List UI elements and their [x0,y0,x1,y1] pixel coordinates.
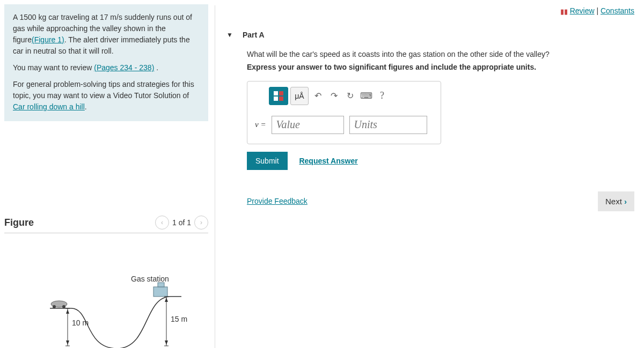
help-button[interactable]: ? [375,87,389,105]
figure-header: Figure ‹ 1 of 1 › [4,212,208,233]
review-hint: . [154,63,158,72]
svg-marker-8 [66,340,69,345]
problem-text: m/s [110,13,122,21]
svg-rect-0 [158,283,164,287]
height-1-label: 10 m [72,319,89,327]
variable-label: v = [255,120,266,129]
redo-icon: ↷ [331,91,338,101]
pages-link[interactable]: (Pages 234 - 238) [94,63,154,72]
units-input[interactable] [349,116,427,134]
provide-feedback-link[interactable]: Provide Feedback [247,197,308,205]
units-tool-button[interactable]: μÅ [290,87,309,105]
figure-counter: 1 of 1 [172,218,191,227]
problem-text: car traveling at 17 [46,13,110,21]
request-answer-link[interactable]: Request Answer [299,157,357,165]
question-text: What will be the car's speed as it coast… [247,50,640,58]
undo-icon: ↶ [314,91,321,101]
reset-icon: ↻ [347,91,354,101]
column-divider [215,5,215,348]
gas-station-icon [153,287,167,297]
redo-button[interactable]: ↷ [327,87,341,105]
keyboard-button[interactable]: ⌨ [359,87,373,105]
answer-instructions: Express your answer to two significant f… [247,63,640,71]
car-icon [51,301,67,308]
figure-image: Gas station 10 m [4,265,208,348]
value-input[interactable] [272,116,344,134]
part-label: Part A [243,31,265,39]
template-icon [273,90,284,102]
gas-station-label: Gas station [131,275,169,283]
next-label: Next [605,197,624,206]
svg-rect-19 [275,92,277,94]
undo-button[interactable]: ↶ [311,87,325,105]
svg-rect-16 [274,97,278,101]
help-icon: ? [380,90,384,101]
chevron-right-icon: › [624,197,627,206]
video-tutor-link[interactable]: Car rolling down a hill [13,102,85,111]
figure-prev-button[interactable]: ‹ [155,216,169,229]
collapse-caret-icon: ▼ [226,31,233,39]
figure-next-button[interactable]: › [194,216,208,229]
valley-curve [50,297,181,348]
part-header[interactable]: ▼ Part A [219,20,640,50]
review-hint: You may want to review [13,63,94,72]
review-link[interactable]: Review [570,6,595,15]
svg-rect-18 [279,97,283,101]
svg-marker-7 [66,309,69,314]
keyboard-icon: ⌨ [360,91,372,101]
figure-link[interactable]: (Figure 1) [32,35,64,44]
svg-rect-17 [279,91,283,95]
problem-statement: A 1500 kg car traveling at 17 m/s sudden… [4,4,208,121]
reset-button[interactable]: ↻ [343,87,357,105]
svg-point-3 [62,305,65,308]
strategy-hint: . [85,102,87,111]
problem-text: A 1500 [13,13,39,21]
submit-button[interactable]: Submit [247,152,288,170]
constants-link[interactable]: Constants [601,6,634,15]
next-button[interactable]: Next › [598,191,634,211]
svg-marker-13 [165,340,168,345]
template-tool-button[interactable] [269,87,288,105]
book-icon: ▮▮ [560,8,568,16]
svg-point-2 [53,305,56,308]
answer-panel: μÅ ↶ ↷ ↻ ⌨ ? v = [247,81,441,144]
height-2-label: 15 m [171,315,187,323]
figure-title: Figure [4,217,34,228]
strategy-hint: For general problem-solving tips and str… [13,80,194,100]
svg-marker-12 [165,298,168,302]
problem-text: kg [39,13,47,21]
